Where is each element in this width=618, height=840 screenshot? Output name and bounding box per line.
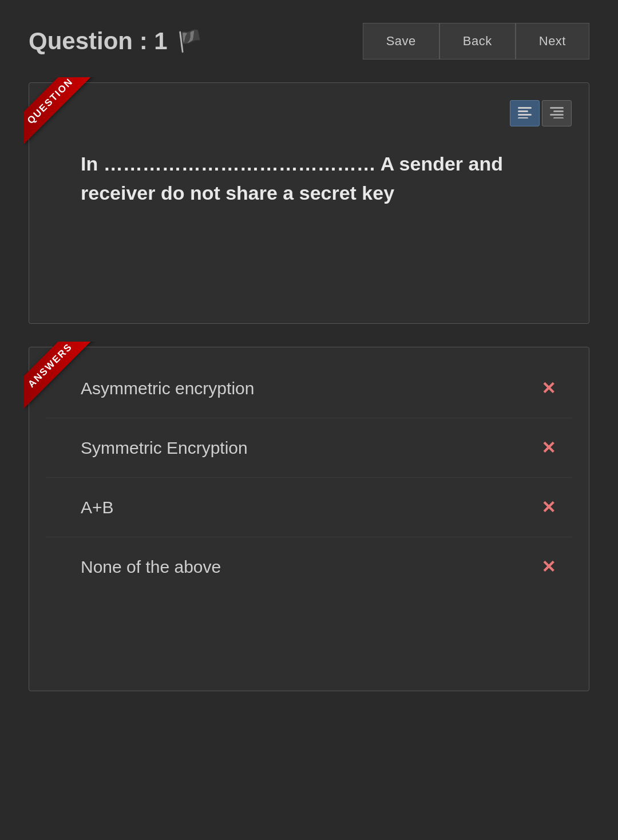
text-align-buttons xyxy=(510,100,572,126)
answer-text: None of the above xyxy=(81,557,221,577)
answer-remove-button[interactable]: ✕ xyxy=(537,376,560,401)
answer-remove-button[interactable]: ✕ xyxy=(537,495,560,520)
align-right-button[interactable] xyxy=(542,100,572,126)
remove-icon: ✕ xyxy=(541,557,556,577)
remove-icon: ✕ xyxy=(541,378,556,398)
answer-item: Symmetric Encryption✕ xyxy=(46,418,572,478)
remove-icon: ✕ xyxy=(541,497,556,517)
answer-item: None of the above✕ xyxy=(46,537,572,596)
answer-remove-button[interactable]: ✕ xyxy=(537,435,560,460)
align-left-icon xyxy=(518,107,532,120)
answer-item: A+B✕ xyxy=(46,478,572,537)
answer-item: Asymmetric encryption✕ xyxy=(46,359,572,418)
svg-rect-7 xyxy=(553,117,564,118)
svg-rect-4 xyxy=(550,107,564,109)
back-button[interactable]: Back xyxy=(439,23,516,60)
answer-text: A+B xyxy=(81,498,114,517)
question-card-header xyxy=(46,100,572,126)
answer-text: Asymmetric encryption xyxy=(81,379,254,398)
answer-text: Symmetric Encryption xyxy=(81,438,248,458)
question-card-body: In …………………………………… A sender and receiver … xyxy=(29,83,589,323)
toolbar-buttons: Save Back Next xyxy=(363,23,589,60)
answers-ribbon: ANSWERS xyxy=(23,342,104,422)
question-title: Question : 1 xyxy=(29,27,168,55)
answer-remove-button[interactable]: ✕ xyxy=(537,554,560,579)
svg-rect-5 xyxy=(553,110,564,112)
save-button[interactable]: Save xyxy=(363,23,439,60)
align-left-button[interactable] xyxy=(510,100,540,126)
question-card: QUESTION xyxy=(29,82,589,324)
header-row: Question : 1 🏴 Save Back Next xyxy=(29,23,589,60)
question-text: In …………………………………… A sender and receiver … xyxy=(46,138,572,225)
next-button[interactable]: Next xyxy=(516,23,589,60)
remove-icon: ✕ xyxy=(541,438,556,458)
answers-card-body: Asymmetric encryption✕Symmetric Encrypti… xyxy=(29,347,589,691)
answers-list: Asymmetric encryption✕Symmetric Encrypti… xyxy=(46,359,572,596)
svg-rect-0 xyxy=(518,107,532,109)
svg-rect-1 xyxy=(518,110,528,112)
flag-icon: 🏴 xyxy=(177,29,203,53)
question-ribbon: QUESTION xyxy=(23,77,104,157)
svg-rect-3 xyxy=(518,117,528,118)
answers-ribbon-label: ANSWERS xyxy=(23,342,93,408)
question-title-group: Question : 1 🏴 xyxy=(29,27,203,55)
svg-rect-2 xyxy=(518,114,532,116)
align-right-icon xyxy=(550,107,564,120)
answers-card: ANSWERS Asymmetric encryption✕Symmetric … xyxy=(29,347,589,691)
question-ribbon-label: QUESTION xyxy=(23,77,93,144)
svg-rect-6 xyxy=(550,114,564,116)
